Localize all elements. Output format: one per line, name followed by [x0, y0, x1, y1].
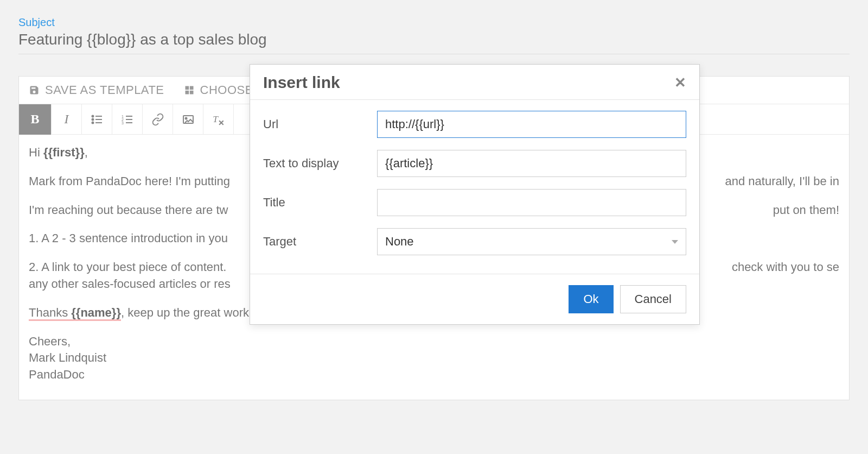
paragraph-2-tail: put on them! — [773, 202, 839, 219]
subject-input[interactable]: Featuring {{blog}} as a top sales blog — [18, 31, 850, 54]
italic-button[interactable]: I — [52, 104, 82, 135]
bullet-list-icon — [91, 113, 104, 126]
title-input[interactable] — [377, 189, 686, 216]
svg-text:3: 3 — [122, 121, 124, 125]
cancel-button[interactable]: Cancel — [620, 285, 686, 313]
subject-label: Subject — [18, 16, 850, 29]
svg-rect-0 — [185, 86, 189, 90]
title-label: Title — [263, 196, 377, 210]
url-input[interactable] — [377, 111, 686, 138]
bold-button[interactable]: B — [19, 104, 52, 135]
insert-link-dialog: Insert link ✕ Url Text to display Title … — [250, 64, 700, 325]
dialog-title: Insert link — [263, 73, 340, 92]
svg-point-4 — [92, 115, 93, 117]
paragraph-3: 1. A 2 - 3 sentence introduction in you — [29, 231, 228, 245]
svg-rect-2 — [185, 91, 189, 94]
url-label: Url — [263, 117, 377, 131]
choose-template-label: CHOOSE — [200, 83, 253, 97]
close-icon: ✕ — [674, 74, 686, 91]
choose-template-button[interactable]: CHOOSE — [184, 83, 253, 97]
paragraph-1-tail: and naturally, I'll be in — [725, 173, 839, 190]
greeting-text: Hi — [29, 146, 43, 159]
image-button[interactable] — [173, 104, 203, 135]
signature-line-1: Cheers, — [29, 335, 71, 348]
paragraph-4a: 2. A link to your best piece of content. — [29, 259, 226, 276]
target-label: Target — [263, 235, 377, 249]
bullet-list-button[interactable] — [82, 104, 112, 135]
dialog-header: Insert link ✕ — [250, 65, 699, 100]
paragraph-4b: any other sales-focused articles or res — [29, 277, 231, 291]
target-select[interactable]: None — [377, 228, 686, 255]
save-as-template-label: SAVE AS TEMPLATE — [45, 83, 164, 97]
thanks-variable: {{name}} — [71, 306, 121, 321]
paragraph-1: Mark from PandaDoc here! I'm putting — [29, 173, 230, 190]
clear-format-icon: T — [212, 112, 226, 127]
svg-point-8 — [92, 122, 93, 123]
clear-format-button[interactable]: T — [203, 104, 234, 135]
save-icon — [29, 85, 40, 96]
paragraph-4a-tail: check with you to se — [732, 259, 839, 276]
close-button[interactable]: ✕ — [674, 74, 686, 91]
svg-point-6 — [92, 118, 93, 120]
thanks-text: Thanks — [29, 306, 71, 321]
signature-line-2: Mark Lindquist — [29, 351, 106, 364]
dialog-body: Url Text to display Title Target None — [250, 100, 699, 274]
dialog-footer: Ok Cancel — [250, 274, 699, 324]
svg-rect-3 — [189, 91, 193, 94]
text-to-display-input[interactable] — [377, 150, 686, 177]
signature-line-3: PandaDoc — [29, 368, 85, 381]
image-icon — [182, 113, 195, 126]
greeting-variable: {{first}} — [43, 146, 85, 159]
target-selected-value: None — [385, 235, 414, 249]
chevron-down-icon — [672, 240, 678, 244]
ok-button[interactable]: Ok — [569, 285, 613, 313]
link-icon — [151, 113, 164, 126]
numbered-list-icon: 123 — [121, 113, 134, 126]
svg-rect-1 — [189, 86, 193, 90]
svg-point-17 — [185, 117, 187, 119]
svg-text:T: T — [213, 114, 219, 124]
link-button[interactable] — [143, 104, 173, 135]
numbered-list-button[interactable]: 123 — [112, 104, 143, 135]
paragraph-2: I'm reaching out because there are tw — [29, 202, 228, 219]
text-label: Text to display — [263, 156, 377, 171]
save-as-template-button[interactable]: SAVE AS TEMPLATE — [29, 83, 164, 97]
choose-icon — [184, 85, 195, 96]
